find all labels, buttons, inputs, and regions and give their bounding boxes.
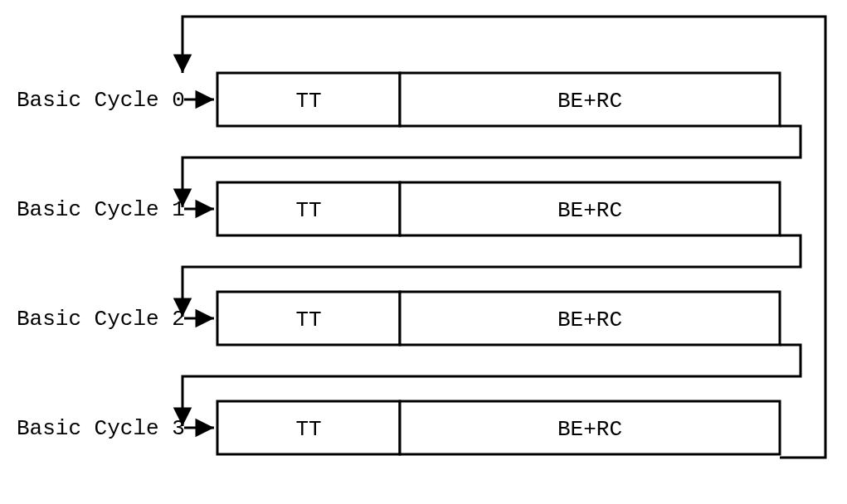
cycle-diagram: Basic Cycle 0 TT BE+RC Basic Cycle 1 TT … (0, 0, 847, 504)
berc-text: BE+RC (557, 308, 622, 332)
berc-text: BE+RC (557, 89, 622, 114)
cycle-label: Basic Cycle 3 (17, 416, 185, 441)
berc-text: BE+RC (557, 417, 622, 442)
tt-text: TT (295, 417, 321, 442)
tt-text: TT (295, 308, 321, 332)
cycle-row-3: Basic Cycle 3 TT BE+RC (17, 401, 780, 454)
cycle-label: Basic Cycle 1 (17, 197, 185, 222)
berc-text: BE+RC (557, 198, 622, 223)
tt-text: TT (295, 89, 321, 114)
cycle-label: Basic Cycle 0 (17, 88, 185, 113)
cycle-label: Basic Cycle 2 (17, 307, 185, 332)
tt-text: TT (295, 198, 321, 223)
